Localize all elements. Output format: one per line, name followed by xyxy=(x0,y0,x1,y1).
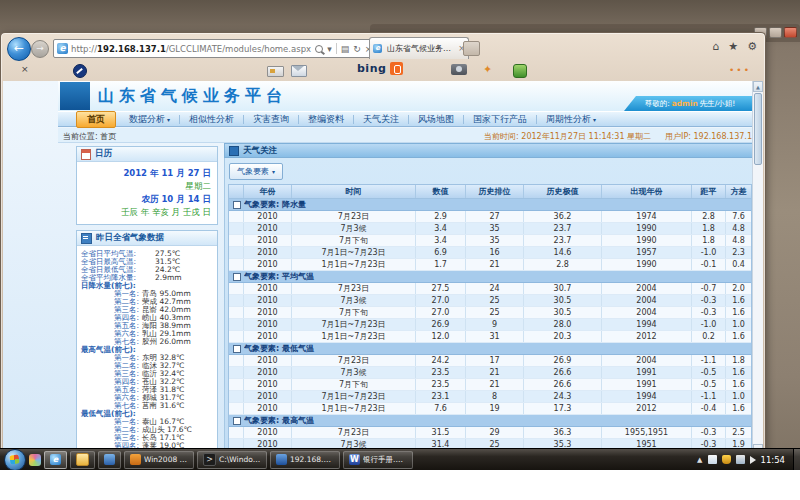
home-icon[interactable]: ⌂ xyxy=(712,40,719,53)
vertical-scrollbar[interactable]: ▲ ▼ xyxy=(752,81,763,455)
clock[interactable]: 11:54 xyxy=(761,455,786,465)
nav-item-7[interactable]: 风场地图 xyxy=(409,113,463,126)
tools-gear-icon[interactable]: ⚙ xyxy=(747,40,757,53)
forward-button[interactable]: → xyxy=(31,40,49,58)
scrollbar-thumb[interactable] xyxy=(754,93,762,165)
table-cell: 26.6 xyxy=(524,367,602,378)
close-icon[interactable] xyxy=(784,27,797,38)
taskbar-button-label: 192.168.58.99... xyxy=(290,455,334,464)
table-group-row[interactable]: 气象要素: 降水量 xyxy=(229,199,751,211)
taskbar-button-7[interactable]: W银行手册.docx .. xyxy=(343,451,413,469)
action-center-flag-icon[interactable] xyxy=(708,455,717,464)
table-cell: 1.6 xyxy=(726,379,751,390)
card-extension-icon[interactable] xyxy=(267,66,284,77)
spark-icon[interactable]: ✦ xyxy=(483,63,492,76)
site-logo xyxy=(60,82,90,110)
group-checkbox[interactable] xyxy=(233,417,241,425)
hidden-icons-caret[interactable]: ▲ xyxy=(697,456,702,464)
table-group-row[interactable]: 气象要素: 最低气温 xyxy=(229,343,751,355)
chevron-down-icon[interactable]: ▾ xyxy=(327,44,332,54)
table-cell: 1月1日~7月23日 xyxy=(292,331,416,342)
nav-item-4[interactable]: 灾害查询 xyxy=(244,113,298,126)
gadget-icon[interactable] xyxy=(29,454,41,466)
group-checkbox[interactable] xyxy=(233,345,241,353)
volume-icon[interactable] xyxy=(750,456,756,464)
show-desktop-button[interactable] xyxy=(793,449,800,471)
taskbar-button-6[interactable]: 192.168.58.99... xyxy=(270,451,340,469)
address-bar[interactable]: e http://192.168.137.1/GLCCLIMATE/module… xyxy=(53,39,371,58)
element-filter-button[interactable]: 气象要素 ▾ xyxy=(229,163,283,180)
mail-extension-icon[interactable] xyxy=(291,65,307,77)
maximize-icon[interactable] xyxy=(769,27,782,38)
nav-item-9[interactable]: 周期性分析▾ xyxy=(537,113,605,126)
ie-icon: e xyxy=(50,454,61,465)
table-cell: 2010 xyxy=(244,211,292,222)
column-header-3: 数值 xyxy=(416,185,466,198)
compatibility-view-icon[interactable]: ▤ xyxy=(341,44,350,54)
table-group-row[interactable]: 气象要素: 最高气温 xyxy=(229,415,751,427)
bing-badge-icon[interactable] xyxy=(390,62,403,75)
taskbar-button-1[interactable]: e xyxy=(44,451,67,469)
taskbar-button-4[interactable]: Win2008 (VS2... xyxy=(124,451,194,469)
taskbar-button-3[interactable] xyxy=(98,451,121,469)
nav-item-6[interactable]: 天气关注 xyxy=(354,113,408,126)
bing-logo[interactable]: bing xyxy=(357,62,386,75)
table-cell: 1月1日~7月23日 xyxy=(292,259,416,270)
search-icon[interactable] xyxy=(315,45,323,53)
toolbar-overflow-dots[interactable]: ••• xyxy=(729,65,751,75)
main-panel-title: 天气关注 xyxy=(243,145,277,157)
table-cell: 2010 xyxy=(244,427,292,438)
table-cell: 9 xyxy=(466,319,524,330)
nav-item-2[interactable]: 数据分析▾ xyxy=(120,113,179,126)
page-title: 山东省气候业务平台 xyxy=(98,86,287,107)
group-checkbox[interactable] xyxy=(233,273,241,281)
nav-item-8[interactable]: 国家下行产品 xyxy=(464,113,536,126)
data-icon xyxy=(81,233,92,244)
group-label: 气象要素: 降水量 xyxy=(244,199,751,210)
nav-item-5[interactable]: 整编资料 xyxy=(299,113,353,126)
welcome-banner: 尊敬的: admin 先生/小姐! xyxy=(624,96,756,111)
browser-tab[interactable]: e 山东省气候业务平... × xyxy=(369,37,469,59)
calendar-body: 2012 年 11 月 27 日星期二农历 10 月 14 日壬辰 年 辛亥 月… xyxy=(77,162,217,224)
table-cell: 25 xyxy=(466,295,524,306)
favorites-star-icon[interactable]: ★ xyxy=(728,40,738,53)
camera-icon[interactable] xyxy=(451,64,467,75)
table-cell: 21 xyxy=(466,367,524,378)
taskbar-button-2[interactable] xyxy=(70,451,95,469)
back-button[interactable]: ← xyxy=(7,37,31,61)
calendar-panel-title: 日历 xyxy=(95,148,112,160)
taskbar-button-5[interactable]: >C:\Windows\s... xyxy=(197,451,267,469)
nav-item-3[interactable]: 相似性分析 xyxy=(180,113,243,126)
new-tab-button[interactable] xyxy=(463,41,480,56)
refresh-icon[interactable]: ↻ xyxy=(353,44,361,54)
table-cell: 2.9 xyxy=(416,211,466,222)
table-cell: 1.0 xyxy=(726,319,751,330)
table-cell: 3.4 xyxy=(416,235,466,246)
group-label: 气象要素: 最高气温 xyxy=(244,415,751,426)
group-checkbox[interactable] xyxy=(233,201,241,209)
table-cell: 12.0 xyxy=(416,331,466,342)
page-viewport: 山东省气候业务平台 尊敬的: admin 先生/小姐! 首页数据分析▾相似性分析… xyxy=(3,81,763,455)
network-icon[interactable] xyxy=(736,455,745,464)
desktop: ← → e http://192.168.137.1/GLCCLIMATE/mo… xyxy=(0,0,800,470)
table-cell: -0.4 xyxy=(692,403,726,414)
browser-toolbar: × bing ✦ ••• xyxy=(1,60,765,80)
column-header-2: 时间 xyxy=(292,185,416,198)
toolbar-close-icon[interactable]: × xyxy=(21,64,29,74)
table-cell: 1990 xyxy=(602,259,692,270)
table-cell: 2.5 xyxy=(726,427,751,438)
green-app-icon[interactable] xyxy=(513,64,527,78)
nav-item-1[interactable]: 首页 xyxy=(76,111,116,128)
security-shield-icon[interactable] xyxy=(722,455,731,464)
table-cell: 4.8 xyxy=(726,235,751,246)
table-cell: 7月3候 xyxy=(292,295,416,306)
table-group-row[interactable]: 气象要素: 平均气温 xyxy=(229,271,751,283)
scroll-up-icon[interactable]: ▲ xyxy=(753,81,763,92)
table-cell: -0.7 xyxy=(692,283,726,294)
blocked-icon[interactable] xyxy=(73,64,87,78)
table-cell: 0.4 xyxy=(726,259,751,270)
tab-title: 山东省气候业务平... xyxy=(387,43,456,54)
table-cell: 23.7 xyxy=(524,235,602,246)
start-button[interactable] xyxy=(4,449,26,471)
nav-item-label: 相似性分析 xyxy=(189,113,234,126)
